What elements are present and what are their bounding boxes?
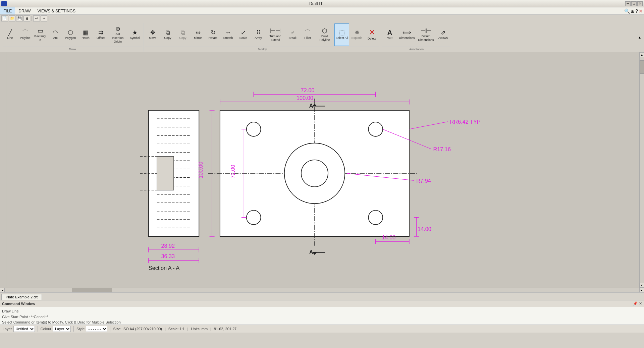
svg-text:28.92: 28.92 — [161, 243, 175, 249]
collapse-ribbon-button[interactable]: ▲ — [638, 36, 641, 39]
maximize-button[interactable]: □ — [631, 1, 637, 6]
help-icon[interactable]: ? — [635, 8, 638, 14]
dimensions-button[interactable]: ⟺ Dimensions — [397, 23, 416, 46]
explode-icon: ✸ — [355, 30, 360, 36]
sep-2 — [73, 326, 74, 332]
command-window-controls[interactable]: 📌 ✕ — [633, 301, 642, 306]
style-select[interactable]: - - - - - - — [86, 326, 107, 332]
scale-button[interactable]: ⤢ Scale — [236, 23, 251, 46]
scale-info: Scale: 1:1 — [168, 327, 185, 331]
copy2-button[interactable]: ⧉ Copy — [175, 23, 190, 46]
offset-button[interactable]: ⇉ Offset — [93, 23, 108, 46]
fillet-button[interactable]: ⌒ Fillet — [300, 23, 315, 46]
svg-text:A: A — [309, 249, 313, 255]
scroll-track-v[interactable] — [640, 57, 644, 283]
arc-label: Arc — [53, 36, 58, 40]
hatch-button[interactable]: ▦ Hatch — [78, 23, 93, 46]
svg-text:14.00: 14.00 — [382, 234, 396, 240]
trim-extend-label: Trim and Extend — [267, 35, 284, 42]
save-button[interactable]: 💾 — [16, 15, 23, 21]
menu-bar: FILE DRAW VIEWS & SETTINGS 🔍 ⊞ ? ✕ — [0, 7, 644, 15]
command-window: Command Window 📌 ✕ Draw Line Give Start … — [0, 300, 644, 325]
break-label: Break — [288, 36, 297, 40]
zoom-fit-icon[interactable]: ⊞ — [631, 8, 635, 14]
tab-bar: Plate Example 2.dft — [0, 292, 644, 300]
copy2-icon: ⧉ — [181, 30, 185, 36]
rotate-button[interactable]: ↻ Rotate — [206, 23, 220, 46]
dimensions-label: Dimensions — [399, 36, 415, 40]
command-close-button[interactable]: ✕ — [639, 301, 642, 306]
array-button[interactable]: ⠿ Array — [251, 23, 266, 46]
menu-views[interactable]: VIEWS & SETTINGS — [34, 7, 79, 14]
window-controls[interactable]: ─ □ ✕ — [625, 1, 644, 6]
arc-button[interactable]: ◠ Arc — [48, 23, 63, 46]
modify-buttons: ✥ Move ⧉ Copy ⧉ Copy ⇔ Mirror ↻ Rotate — [145, 23, 379, 46]
size-info: Size: ISO A4 (297.00x210.00) — [113, 327, 162, 331]
scroll-thumb-v[interactable] — [640, 60, 644, 74]
symbol-button[interactable]: ★ Symbol — [127, 23, 142, 46]
polyline-label: Polyline — [20, 36, 31, 40]
arrows-button[interactable]: ⇗ Arrows — [436, 23, 450, 46]
command-line-2: Give Start Point : **Cancel** — [2, 314, 642, 320]
colour-select[interactable]: Layer — [53, 326, 71, 332]
trim-extend-button[interactable]: ⊢⊣ Trim and Extend — [266, 23, 285, 46]
minimize-button[interactable]: ─ — [625, 1, 631, 6]
move-button[interactable]: ✥ Move — [145, 23, 160, 46]
polyline-button[interactable]: ⌒ Polyline — [18, 23, 33, 46]
scroll-up-button[interactable]: ▲ — [640, 52, 644, 57]
break-button[interactable]: ⌿ Break — [285, 23, 300, 46]
select-all-icon: ⬚ — [339, 30, 345, 36]
scroll-left-button[interactable]: ◄ — [0, 288, 5, 293]
tab-plate-example[interactable]: Plate Example 2.dft — [1, 294, 42, 300]
scroll-thumb-h[interactable] — [72, 288, 112, 292]
command-line-1: Draw Line — [2, 308, 642, 314]
line-button[interactable]: ╱ Line — [3, 23, 17, 46]
units-info: Units: mm — [191, 327, 208, 331]
layer-select[interactable]: Untitled — [13, 326, 35, 332]
command-line-3: Select Command or Item(s) to Modify, Cli… — [2, 320, 642, 325]
menu-file[interactable]: FILE — [0, 7, 15, 14]
rectangle-button[interactable]: ▭ Rectangle — [33, 23, 48, 46]
annotation-buttons: A Text ⟺ Dimensions ⊣⊢ Datum Dimensions … — [382, 23, 450, 46]
datum-dimensions-button[interactable]: ⊣⊢ Datum Dimensions — [417, 23, 435, 46]
text-icon: A — [387, 29, 392, 36]
copy2-label: Copy — [179, 36, 186, 40]
scroll-right-button[interactable]: ► — [639, 288, 644, 293]
new-button[interactable]: 📄 — [1, 15, 8, 21]
offset-icon: ⇉ — [98, 30, 103, 36]
print-button[interactable]: 🖨 — [23, 15, 30, 21]
polygon-button[interactable]: ⬡ Polygon — [63, 23, 78, 46]
open-button[interactable]: 📁 — [9, 15, 15, 21]
scroll-track-h[interactable] — [5, 288, 639, 292]
scroll-down-button[interactable]: ▼ — [640, 283, 644, 288]
vertical-scrollbar[interactable]: ▲ ▼ — [639, 52, 644, 288]
command-pin-button[interactable]: 📌 — [633, 301, 638, 306]
build-polyline-button[interactable]: ⬡ Build Polyline — [315, 23, 334, 46]
delete-button[interactable]: ✕ Delete — [365, 23, 379, 46]
copy-button[interactable]: ⧉ Copy — [160, 23, 175, 46]
select-all-button[interactable]: ⬚ Select All — [334, 23, 349, 46]
drawing-svg: 100.00 72.00 100.00 72.00 — [0, 52, 639, 288]
text-button[interactable]: A Text — [382, 23, 397, 46]
set-insertion-button[interactable]: ⊕ Set Insertion Origin — [108, 23, 127, 46]
close-button[interactable]: ✕ — [637, 1, 643, 6]
undo-button[interactable]: ↩ — [33, 15, 40, 21]
close-app-icon[interactable]: ✕ — [639, 8, 643, 14]
horizontal-scrollbar[interactable]: ◄ ► — [0, 288, 644, 292]
explode-button[interactable]: ✸ Explode — [350, 23, 364, 46]
command-window-title: Command Window — [2, 302, 35, 306]
menu-draw[interactable]: DRAW — [15, 7, 34, 14]
mirror-button[interactable]: ⇔ Mirror — [191, 23, 205, 46]
style-label: Style — [76, 327, 85, 331]
drawing-area[interactable]: 100.00 72.00 100.00 72.00 — [0, 52, 639, 288]
stretch-button[interactable]: ↔ Stretch — [221, 23, 235, 46]
redo-button[interactable]: ↪ — [41, 15, 47, 21]
tab-label: Plate Example 2.dft — [6, 295, 38, 299]
canvas-container: 100.00 72.00 100.00 72.00 — [0, 52, 644, 288]
sep-3 — [110, 326, 110, 332]
svg-text:A: A — [309, 103, 313, 109]
zoom-extents-icon[interactable]: 🔍 — [624, 8, 630, 14]
symbol-icon: ★ — [132, 30, 138, 36]
arrows-label: Arrows — [438, 36, 448, 40]
annotation-group: A Text ⟺ Dimensions ⊣⊢ Datum Dimensions … — [381, 23, 452, 52]
